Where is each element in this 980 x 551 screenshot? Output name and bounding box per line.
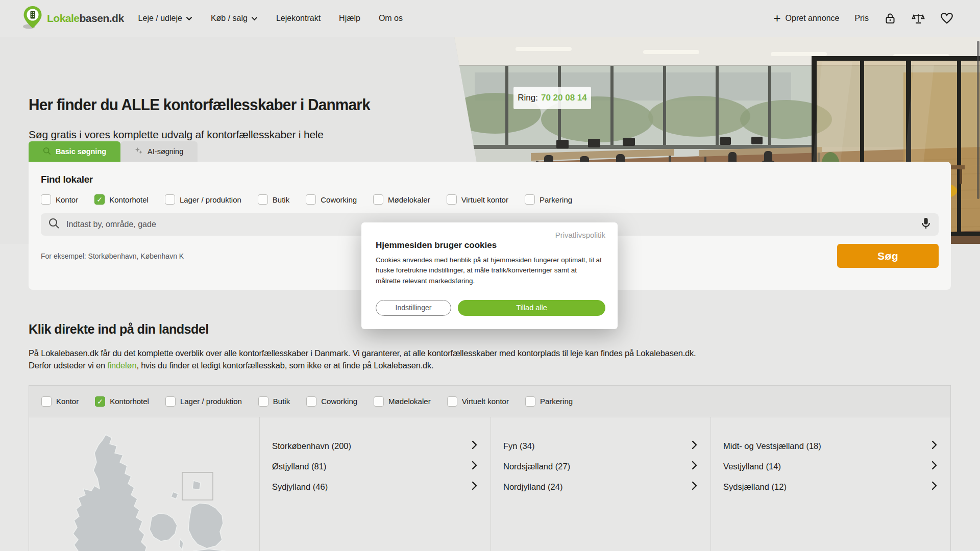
- filter-m-delokaler[interactable]: Mødelokaler: [374, 396, 431, 407]
- checkbox-checked[interactable]: ✓: [94, 194, 105, 205]
- chevron-right-icon: [472, 461, 477, 472]
- cookie-consent-dialog: Privatlivspolitik Hjemmesiden bruger coo…: [361, 222, 618, 329]
- chevron-right-icon: [692, 461, 697, 472]
- region-column-1: Storkøbenhavn (200)Østjylland (81)Sydjyl…: [259, 417, 491, 551]
- search-submit-button[interactable]: Søg: [837, 244, 939, 268]
- scrollbar-thumb[interactable]: [977, 41, 979, 199]
- nav-item-k-b-salg[interactable]: Køb / salg: [211, 14, 258, 23]
- top-navigation-bar: Lokalebasen.dk Leje / udlejeKøb / salgLe…: [0, 0, 980, 37]
- lokalebasen-homepage: Lokalebasen.dk Leje / udlejeKøb / salgLe…: [0, 0, 980, 551]
- logo-wordmark: Lokalebasen.dk: [47, 12, 124, 24]
- checkbox-unchecked[interactable]: [258, 194, 268, 205]
- property-type-filters: Kontor✓KontorhotelLager / produktionButi…: [41, 396, 573, 407]
- filter-lager-produktion[interactable]: Lager / produktion: [165, 194, 241, 205]
- favorites-heart-icon[interactable]: [940, 12, 953, 24]
- checkbox-unchecked[interactable]: [258, 396, 268, 407]
- tab-ai-search[interactable]: AI-søgning: [120, 141, 198, 162]
- region-link-nordjylland-24[interactable]: Nordjylland (24): [491, 477, 710, 497]
- microphone-icon[interactable]: [920, 217, 932, 232]
- checkbox-unchecked[interactable]: [306, 194, 316, 205]
- ring-label: Ring:: [518, 93, 538, 103]
- checkbox-unchecked[interactable]: [447, 396, 457, 407]
- nav-item-leje-udleje[interactable]: Leje / udleje: [138, 14, 192, 23]
- cookie-dialog-body: Cookies anvendes med henblik på at hjemm…: [376, 255, 605, 286]
- checkbox-unchecked[interactable]: [306, 396, 316, 407]
- tab-basic-search[interactable]: Basic søgning: [29, 141, 120, 162]
- filter-kontor[interactable]: Kontor: [41, 194, 78, 205]
- filter-butik[interactable]: Butik: [258, 396, 290, 407]
- checkbox-unchecked[interactable]: [41, 396, 52, 407]
- filter-coworking[interactable]: Coworking: [306, 194, 357, 205]
- pricing-link[interactable]: Pris: [854, 14, 869, 23]
- filter-lager-produktion[interactable]: Lager / produktion: [165, 396, 242, 407]
- region-column-3: Midt- og Vestsjælland (18)Vestjylland (1…: [710, 417, 950, 551]
- filter-butik[interactable]: Butik: [258, 194, 289, 205]
- privacy-policy-link[interactable]: Privatlivspolitik: [376, 231, 605, 239]
- region-link-vestjylland-14[interactable]: Vestjylland (14): [711, 456, 950, 477]
- create-listing-button[interactable]: + Opret annonce: [774, 12, 840, 24]
- map-pin-building-icon: [22, 6, 43, 31]
- nav-item-om-os[interactable]: Om os: [379, 14, 403, 23]
- region-link-sydjylland-46[interactable]: Sydjylland (46): [260, 477, 491, 497]
- filter-virtuelt-kontor[interactable]: Virtuelt kontor: [447, 396, 509, 407]
- checkbox-checked[interactable]: ✓: [95, 396, 105, 407]
- chevron-right-icon: [932, 461, 937, 472]
- search-mode-tabs: Basic søgning AI-søgning: [29, 141, 198, 162]
- chevron-down-icon: [186, 14, 192, 23]
- chevron-right-icon: [472, 440, 477, 452]
- region-link-nordsj-lland-27[interactable]: Nordsjælland (27): [491, 456, 710, 477]
- checkbox-unchecked[interactable]: [525, 194, 535, 205]
- property-type-filters: Kontor✓KontorhotelLager / produktionButi…: [41, 194, 939, 205]
- cookie-accept-all-button[interactable]: Tillad alle: [458, 300, 605, 316]
- cookie-settings-button[interactable]: Indstillinger: [376, 300, 451, 316]
- landsdel-heading: Klik direkte ind på din landsdel: [29, 321, 209, 337]
- nav-item-hj-lp[interactable]: Hjælp: [339, 14, 360, 23]
- search-icon: [43, 147, 51, 157]
- filter-kontorhotel[interactable]: ✓Kontorhotel: [95, 396, 149, 407]
- lokalebasen-logo[interactable]: Lokalebasen.dk: [22, 6, 124, 31]
- regions-filter-bar: Kontor✓KontorhotelLager / produktionButi…: [29, 386, 950, 417]
- nav-item-lejekontrakt[interactable]: Lejekontrakt: [276, 14, 321, 23]
- checkbox-unchecked[interactable]: [165, 396, 176, 407]
- header-actions: + Opret annonce Pris: [774, 12, 953, 24]
- filter-parkering[interactable]: Parkering: [525, 396, 573, 407]
- landsdel-intro: På Lokalebasen.dk får du det komplette o…: [29, 347, 927, 372]
- region-link-fyn-34[interactable]: Fyn (34): [491, 436, 710, 456]
- main-nav: Leje / udlejeKøb / salgLejekontraktHjælp…: [138, 14, 403, 23]
- chevron-down-icon: [251, 14, 258, 23]
- phone-number-link[interactable]: 70 20 08 14: [541, 93, 587, 103]
- search-example-text: For eksempel: Storkøbenhavn, København K: [41, 252, 184, 260]
- checkbox-unchecked[interactable]: [525, 396, 535, 407]
- find-lokaler-heading: Find lokaler: [41, 174, 939, 185]
- checkbox-unchecked[interactable]: [165, 194, 175, 205]
- filter-kontorhotel[interactable]: ✓Kontorhotel: [94, 194, 149, 205]
- filter-kontor[interactable]: Kontor: [41, 396, 79, 407]
- login-lock-icon[interactable]: [884, 12, 896, 24]
- sparkles-icon: [135, 147, 143, 157]
- chevron-right-icon: [932, 481, 937, 492]
- chevron-right-icon: [692, 481, 697, 492]
- chevron-right-icon: [932, 440, 937, 452]
- regions-body: Storkøbenhavn (200)Østjylland (81)Sydjyl…: [29, 417, 950, 551]
- chevron-right-icon: [472, 481, 477, 492]
- filter-parkering[interactable]: Parkering: [525, 194, 572, 205]
- checkbox-unchecked[interactable]: [374, 396, 384, 407]
- call-phone-chip: Ring: 70 20 08 14: [513, 87, 591, 109]
- region-link-sydsj-lland-12[interactable]: Sydsjælland (12): [711, 477, 950, 497]
- region-link-midt-og-vestsj-lland-18[interactable]: Midt- og Vestsjælland (18): [711, 436, 950, 456]
- checkbox-unchecked[interactable]: [447, 194, 457, 205]
- checkbox-unchecked[interactable]: [373, 194, 383, 205]
- denmark-map: [29, 417, 259, 551]
- cookie-dialog-title: Hjemmesiden bruger cookies: [376, 240, 605, 251]
- filter-m-delokaler[interactable]: Mødelokaler: [373, 194, 430, 205]
- cookie-dialog-buttons: Indstillinger Tillad alle: [376, 300, 605, 316]
- region-link-stjylland-81[interactable]: Østjylland (81): [260, 456, 491, 477]
- compare-scales-icon[interactable]: [912, 12, 925, 24]
- region-column-2: Fyn (34)Nordsjælland (27)Nordjylland (24…: [491, 417, 710, 551]
- filter-coworking[interactable]: Coworking: [306, 396, 357, 407]
- findelon-link[interactable]: findeløn: [107, 361, 136, 370]
- checkbox-unchecked[interactable]: [41, 194, 51, 205]
- filter-virtuelt-kontor[interactable]: Virtuelt kontor: [447, 194, 508, 205]
- region-link-stork-benhavn-200[interactable]: Storkøbenhavn (200): [260, 436, 491, 456]
- chevron-right-icon: [692, 440, 697, 452]
